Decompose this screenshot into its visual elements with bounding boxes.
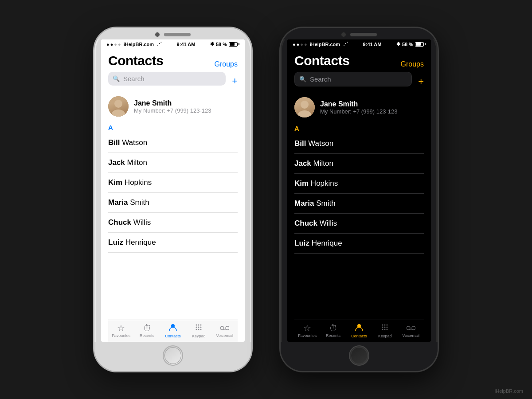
- svg-point-9: [200, 329, 202, 330]
- contact-item-jack-dark[interactable]: Jack Milton: [294, 154, 424, 174]
- dot3d: ●: [300, 42, 303, 47]
- contact-item-luiz-dark[interactable]: Luiz Henrique: [294, 234, 424, 254]
- svg-point-14: [382, 325, 383, 326]
- section-a-light: A: [108, 121, 238, 133]
- tab-bar-dark: ☆ Favourites ⏱ Recents Contacts: [294, 320, 424, 342]
- contacts-page-light: Contacts Groups 🔍 Search + Jane Smith My…: [101, 49, 245, 342]
- battery-dark: [415, 42, 426, 47]
- contacts-title-light: Contacts: [108, 53, 163, 68]
- phone-dark: ● ● ● ● iHelpBR.com ⋰ 9:41 AM ✱ 58 %: [279, 27, 439, 372]
- speaker-dark: [350, 33, 377, 36]
- volume-down-btn-dark: [279, 89, 280, 102]
- contact-name-jack-light: Jack Milton: [108, 158, 147, 167]
- status-right-light: ✱ 58 %: [210, 41, 239, 47]
- tab-contacts-dark[interactable]: Contacts: [348, 323, 370, 338]
- svg-point-22: [387, 329, 388, 330]
- search-bar-light[interactable]: 🔍 Search: [108, 72, 226, 86]
- my-contact-dark[interactable]: Jane Smith My Number: +7 (999) 123-123: [294, 94, 424, 122]
- bluetooth-dark: ✱: [396, 41, 400, 47]
- status-left-light: ● ● ● ● iHelpBR.com ⋰: [106, 41, 162, 47]
- tab-keypad-label-dark: Keypad: [378, 334, 392, 338]
- tab-favourites-light[interactable]: ☆ Favourites: [110, 324, 132, 338]
- tab-recents-dark[interactable]: ⏱ Recents: [322, 324, 344, 338]
- contact-item-maria-light[interactable]: Maria Smith: [108, 193, 238, 213]
- contact-name-bill-light: Bill Watson: [108, 138, 147, 147]
- contact-item-jack-light[interactable]: Jack Milton: [108, 153, 238, 173]
- home-btn-dark[interactable]: [349, 345, 369, 366]
- power-btn-dark: [438, 81, 439, 108]
- dot3: ●: [114, 42, 117, 47]
- dot4d: ●: [304, 42, 307, 47]
- add-contact-btn-light[interactable]: +: [232, 75, 238, 87]
- tab-recents-label-light: Recents: [140, 333, 154, 338]
- contact-item-luiz-light[interactable]: Luiz Henrique: [108, 233, 238, 253]
- svg-point-3: [200, 325, 202, 326]
- tab-contacts-label-dark: Contacts: [351, 334, 367, 338]
- tab-favourites-label-dark: Favourites: [298, 333, 317, 338]
- tab-voicemail-light[interactable]: Voicemail: [214, 324, 236, 338]
- add-contact-btn-dark[interactable]: +: [418, 76, 424, 87]
- battery-pct-dark: 58 %: [402, 42, 413, 47]
- voicemail-icon-dark: [407, 324, 415, 332]
- dot2: ●: [110, 42, 113, 47]
- tab-keypad-light[interactable]: Keypad: [188, 323, 210, 338]
- contact-item-maria-dark[interactable]: Maria Smith: [294, 194, 424, 214]
- search-placeholder-dark: Search: [310, 75, 407, 83]
- tab-bar-light: ☆ Favourites ⏱ Recents Contacts: [108, 320, 238, 342]
- groups-btn-light[interactable]: Groups: [215, 60, 238, 68]
- my-name-dark: Jane Smith: [320, 100, 398, 108]
- svg-point-6: [200, 327, 202, 328]
- tab-keypad-dark[interactable]: Keypad: [374, 323, 396, 338]
- search-icon-dark: 🔍: [299, 76, 306, 82]
- time-dark: 9:41 AM: [363, 42, 382, 47]
- contact-item-kim-light[interactable]: Kim Hopkins: [108, 173, 238, 193]
- contacts-icon-light: [168, 323, 177, 333]
- power-btn: [252, 81, 253, 108]
- svg-point-18: [384, 327, 386, 328]
- status-bar-light: ● ● ● ● iHelpBR.com ⋰ 9:41 AM ✱ 58 %: [101, 39, 245, 49]
- contact-item-bill-dark[interactable]: Bill Watson: [294, 134, 424, 154]
- tab-recents-light[interactable]: ⏱ Recents: [136, 324, 158, 338]
- home-btn-inner-dark: [351, 347, 368, 364]
- tab-voicemail-label-dark: Voicemail: [402, 333, 419, 338]
- contact-name-jack-dark: Jack Milton: [294, 159, 333, 168]
- home-btn-light[interactable]: [163, 345, 183, 366]
- groups-btn-dark[interactable]: Groups: [401, 60, 424, 68]
- contact-item-chuck-dark[interactable]: Chuck Willis: [294, 214, 424, 234]
- search-row-light: 🔍 Search +: [108, 72, 238, 90]
- contacts-title-dark: Contacts: [294, 53, 349, 68]
- watermark: iHelpBR.com: [495, 388, 523, 394]
- tab-favourites-dark[interactable]: ☆ Favourites: [296, 324, 318, 338]
- battery-light: [229, 42, 239, 47]
- my-number-light: My Number: +7 (999) 123-123: [134, 107, 211, 114]
- contact-list-light: Bill Watson Jack Milton Kim Hopkins Mari…: [108, 133, 238, 320]
- contact-item-chuck-light[interactable]: Chuck Willis: [108, 213, 238, 233]
- front-camera-dark: [341, 32, 346, 37]
- my-contact-light[interactable]: Jane Smith My Number: +7 (999) 123-123: [108, 94, 238, 121]
- contact-item-bill-light[interactable]: Bill Watson: [108, 133, 238, 153]
- svg-point-7: [196, 329, 197, 330]
- tab-favourites-label-light: Favourites: [112, 333, 130, 338]
- battery-pct-light: 58 %: [216, 42, 227, 47]
- contact-item-kim-dark[interactable]: Kim Hopkins: [294, 174, 424, 194]
- my-contact-info-light: Jane Smith My Number: +7 (999) 123-123: [134, 99, 211, 114]
- tab-contacts-label-light: Contacts: [165, 334, 181, 338]
- contacts-header-dark: Contacts Groups: [294, 49, 424, 72]
- contacts-header-light: Contacts Groups: [108, 49, 238, 72]
- tab-voicemail-dark[interactable]: Voicemail: [400, 324, 422, 338]
- svg-point-16: [387, 325, 388, 326]
- status-right-dark: ✱ 58 %: [396, 41, 426, 47]
- clock-icon-light: ⏱: [143, 324, 152, 332]
- status-bar-dark: ● ● ● ● iHelpBR.com ⋰ 9:41 AM ✱ 58 %: [287, 39, 431, 49]
- contacts-page-dark: Contacts Groups 🔍 Search + Jane Smith My…: [287, 49, 431, 342]
- wifi-icon-light: ⋰: [157, 41, 162, 47]
- my-avatar-dark: [294, 97, 315, 117]
- svg-point-20: [382, 329, 383, 330]
- svg-point-21: [384, 329, 386, 330]
- tab-contacts-light[interactable]: Contacts: [162, 323, 184, 338]
- my-avatar-light: [108, 96, 129, 117]
- svg-point-10: [220, 326, 224, 330]
- signal-dots-light: ● ● ● ●: [106, 42, 121, 47]
- search-bar-dark[interactable]: 🔍 Search: [294, 72, 412, 86]
- contact-name-chuck-dark: Chuck Willis: [294, 219, 337, 228]
